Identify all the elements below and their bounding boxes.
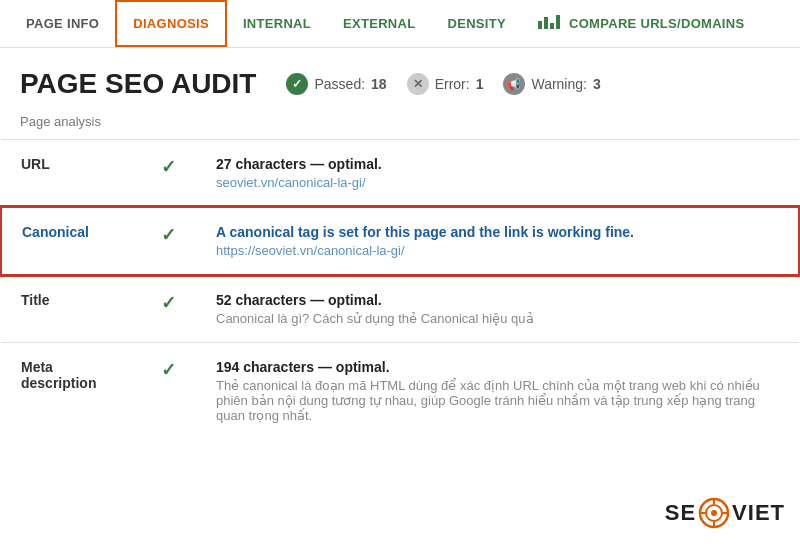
passed-label: Passed: bbox=[314, 76, 365, 92]
meta-sub-text: Thẻ canonical là đoạn mã HTML dùng để xá… bbox=[216, 378, 779, 423]
canonical-main-text: A canonical tag is set for this page and… bbox=[216, 224, 778, 240]
check-icon: ✓ bbox=[161, 225, 176, 245]
passed-check-icon: ✓ bbox=[286, 73, 308, 95]
warning-label: Warning: bbox=[531, 76, 587, 92]
warning-icon: 📢 bbox=[503, 73, 525, 95]
check-icon: ✓ bbox=[161, 293, 176, 313]
nav-compare[interactable]: COMPARE URLS/DOMAINS bbox=[522, 1, 760, 46]
row-label-meta: Meta description bbox=[1, 343, 141, 440]
row-content-title: 52 characters — optimal. Canonical là gì… bbox=[196, 275, 799, 343]
page-title: PAGE SEO AUDIT bbox=[20, 68, 256, 100]
nav-external[interactable]: EXTERNAL bbox=[327, 2, 431, 45]
row-content-canonical: A canonical tag is set for this page and… bbox=[196, 207, 799, 275]
error-icon: ✕ bbox=[407, 73, 429, 95]
meta-main-text: 194 characters — optimal. bbox=[216, 359, 779, 375]
row-icon-canonical: ✓ bbox=[141, 207, 196, 275]
row-content-meta: 194 characters — optimal. Thẻ canonical … bbox=[196, 343, 799, 440]
stat-warning: 📢 Warning: 3 bbox=[503, 73, 600, 95]
nav-internal[interactable]: INTERNAL bbox=[227, 2, 327, 45]
page-header: PAGE SEO AUDIT ✓ Passed: 18 ✕ Error: 1 📢… bbox=[0, 48, 800, 110]
title-main-text: 52 characters — optimal. bbox=[216, 292, 779, 308]
row-icon-url: ✓ bbox=[141, 140, 196, 208]
check-icon: ✓ bbox=[161, 157, 176, 177]
top-navigation: PAGE INFO DIAGNOSIS INTERNAL EXTERNAL DE… bbox=[0, 0, 800, 48]
nav-density[interactable]: DENSITY bbox=[432, 2, 522, 45]
nav-diagnosis[interactable]: DIAGNOSIS bbox=[115, 0, 227, 47]
stats-bar: ✓ Passed: 18 ✕ Error: 1 📢 Warning: 3 bbox=[286, 73, 600, 95]
stat-passed: ✓ Passed: 18 bbox=[286, 73, 386, 95]
passed-value: 18 bbox=[371, 76, 387, 92]
title-sub-text: Canonical là gì? Cách sử dụng thẻ Canoni… bbox=[216, 311, 779, 326]
row-content-url: 27 characters — optimal. seoviet.vn/cano… bbox=[196, 140, 799, 208]
url-main-text: 27 characters — optimal. bbox=[216, 156, 779, 172]
table-row-title: Title ✓ 52 characters — optimal. Canonic… bbox=[1, 275, 799, 343]
row-icon-meta: ✓ bbox=[141, 343, 196, 440]
url-sub-text: seoviet.vn/canonical-la-gi/ bbox=[216, 175, 779, 190]
error-value: 1 bbox=[476, 76, 484, 92]
row-label-url: URL bbox=[1, 140, 141, 208]
table-row-meta: Meta description ✓ 194 characters — opti… bbox=[1, 343, 799, 440]
stat-error: ✕ Error: 1 bbox=[407, 73, 484, 95]
row-icon-title: ✓ bbox=[141, 275, 196, 343]
audit-table: URL ✓ 27 characters — optimal. seoviet.v… bbox=[0, 139, 800, 439]
nav-page-info[interactable]: PAGE INFO bbox=[10, 2, 115, 45]
check-icon: ✓ bbox=[161, 360, 176, 380]
table-row: URL ✓ 27 characters — optimal. seoviet.v… bbox=[1, 140, 799, 208]
bar-chart-icon bbox=[538, 15, 564, 32]
row-label-title: Title bbox=[1, 275, 141, 343]
section-label: Page analysis bbox=[0, 110, 800, 139]
table-row-canonical: Canonical ✓ A canonical tag is set for t… bbox=[1, 207, 799, 275]
canonical-sub-text: https://seoviet.vn/canonical-la-gi/ bbox=[216, 243, 778, 258]
row-label-canonical: Canonical bbox=[1, 207, 141, 275]
error-label: Error: bbox=[435, 76, 470, 92]
warning-value: 3 bbox=[593, 76, 601, 92]
